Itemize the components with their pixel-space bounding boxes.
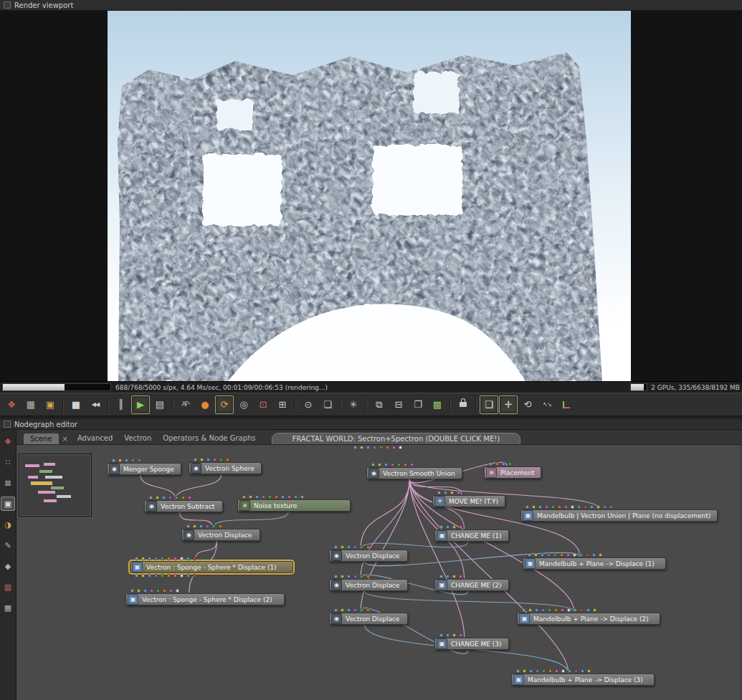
pin[interactable] bbox=[439, 575, 443, 578]
pin[interactable] bbox=[242, 495, 246, 499]
pin[interactable] bbox=[156, 589, 160, 593]
pin[interactable] bbox=[334, 608, 338, 612]
node-displaceA[interactable]: ◉Vectron Displace bbox=[181, 529, 260, 541]
pin[interactable] bbox=[193, 574, 196, 577]
pin[interactable] bbox=[206, 524, 209, 528]
af-icon[interactable]: AF¹ bbox=[176, 395, 195, 414]
pin[interactable] bbox=[529, 669, 533, 673]
pin[interactable] bbox=[366, 545, 370, 549]
pin[interactable] bbox=[287, 495, 291, 499]
pin[interactable] bbox=[200, 458, 204, 461]
pin[interactable] bbox=[360, 446, 363, 449]
pin[interactable] bbox=[360, 545, 363, 549]
pin[interactable] bbox=[186, 557, 190, 560]
orbit-icon[interactable]: ⟳ bbox=[215, 395, 234, 414]
pin[interactable] bbox=[452, 575, 456, 578]
pin[interactable] bbox=[586, 553, 589, 557]
pin[interactable] bbox=[538, 505, 542, 509]
node-displaceD[interactable]: ◉Vectron Displace bbox=[329, 613, 408, 625]
node-change2[interactable]: ▣CHANGE ME (2) bbox=[434, 579, 509, 591]
pin[interactable] bbox=[609, 505, 613, 509]
pin[interactable] bbox=[446, 575, 450, 578]
pin[interactable] bbox=[186, 574, 190, 577]
pin[interactable] bbox=[262, 495, 265, 499]
pin[interactable] bbox=[584, 505, 587, 509]
move-tool-icon[interactable]: ✛ bbox=[499, 395, 518, 414]
pin[interactable] bbox=[366, 608, 370, 612]
pin[interactable] bbox=[341, 608, 344, 612]
pin[interactable] bbox=[555, 669, 558, 673]
pin[interactable] bbox=[547, 553, 551, 557]
pin[interactable] bbox=[596, 505, 600, 509]
pin[interactable] bbox=[590, 505, 594, 509]
pin[interactable] bbox=[587, 669, 591, 673]
pin[interactable] bbox=[154, 574, 158, 577]
pin[interactable] bbox=[194, 458, 197, 461]
pin[interactable] bbox=[523, 669, 526, 673]
paint-icon[interactable]: ✎ bbox=[1, 538, 15, 552]
color-cube-icon[interactable]: ▣ bbox=[41, 395, 60, 414]
pin[interactable] bbox=[599, 553, 602, 557]
pin[interactable] bbox=[566, 553, 570, 557]
pin[interactable] bbox=[567, 608, 571, 612]
image-node-icon[interactable]: ▣ bbox=[1, 497, 15, 511]
pin[interactable] bbox=[135, 574, 138, 577]
pin[interactable] bbox=[548, 669, 552, 673]
nodes-icon[interactable]: ❖ bbox=[1, 434, 15, 449]
pin[interactable] bbox=[212, 524, 216, 528]
pin[interactable] bbox=[459, 525, 462, 529]
pin[interactable] bbox=[378, 463, 381, 466]
pin[interactable] bbox=[138, 459, 141, 462]
focus-pick-icon[interactable]: ◎ bbox=[234, 395, 253, 414]
pin[interactable] bbox=[459, 575, 462, 578]
stop-icon[interactable]: ■ bbox=[67, 395, 85, 414]
window-state-icon[interactable] bbox=[4, 1, 11, 9]
pin[interactable] bbox=[226, 458, 229, 461]
pin[interactable] bbox=[213, 458, 217, 461]
pin[interactable] bbox=[366, 575, 370, 578]
pin[interactable] bbox=[255, 495, 259, 499]
pin[interactable] bbox=[281, 495, 285, 499]
export-window-icon[interactable]: ❐ bbox=[409, 395, 427, 414]
pin[interactable] bbox=[532, 505, 536, 509]
pin[interactable] bbox=[161, 574, 164, 577]
pin[interactable] bbox=[593, 608, 596, 612]
pin[interactable] bbox=[169, 589, 173, 593]
tab-scene[interactable]: Scene bbox=[24, 433, 59, 444]
pin[interactable] bbox=[154, 557, 158, 560]
pin[interactable] bbox=[347, 575, 351, 578]
pin[interactable] bbox=[353, 545, 357, 549]
pin[interactable] bbox=[180, 557, 184, 560]
pin[interactable] bbox=[439, 525, 443, 529]
pin[interactable] bbox=[534, 553, 538, 557]
pin[interactable] bbox=[300, 495, 304, 499]
pin[interactable] bbox=[397, 463, 401, 466]
pin[interactable] bbox=[163, 589, 166, 593]
window-state-icon[interactable] bbox=[4, 421, 11, 428]
node-change1[interactable]: ▣CHANGE ME (1) bbox=[434, 529, 509, 542]
pin[interactable] bbox=[561, 608, 564, 612]
pin[interactable] bbox=[450, 491, 454, 494]
pin[interactable] bbox=[176, 589, 179, 593]
pin[interactable] bbox=[219, 458, 223, 461]
pin[interactable] bbox=[548, 608, 551, 612]
pin[interactable] bbox=[268, 495, 272, 499]
pin[interactable] bbox=[558, 505, 561, 509]
close-node-icon[interactable]: ⊠ bbox=[1, 476, 15, 490]
pin[interactable] bbox=[554, 608, 558, 612]
render-viewport[interactable] bbox=[0, 11, 742, 381]
pin[interactable] bbox=[131, 459, 135, 462]
lock-icon[interactable] bbox=[454, 395, 472, 414]
pin[interactable] bbox=[341, 545, 344, 549]
pin[interactable] bbox=[581, 669, 584, 673]
pin[interactable] bbox=[125, 459, 128, 462]
pin[interactable] bbox=[553, 553, 557, 557]
pin[interactable] bbox=[446, 633, 450, 637]
pin[interactable] bbox=[173, 557, 177, 560]
clipboard-icon[interactable]: ⊟ bbox=[389, 395, 408, 414]
pin[interactable] bbox=[173, 574, 177, 577]
tab-close-icon[interactable]: × bbox=[59, 433, 72, 444]
pin[interactable] bbox=[568, 669, 571, 673]
pin[interactable] bbox=[577, 505, 581, 509]
pin[interactable] bbox=[162, 496, 166, 499]
